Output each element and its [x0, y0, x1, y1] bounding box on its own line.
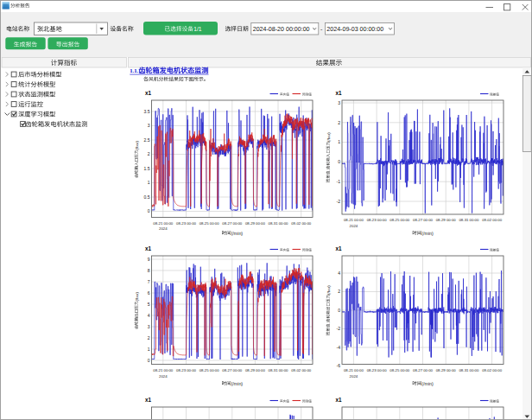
svg-text:08-29 00:00: 08-29 00:00 [436, 368, 457, 372]
svg-text:7: 7 [148, 279, 150, 284]
svg-text:08-21 00:00: 08-21 00:00 [344, 368, 364, 372]
svg-text:2024-09-03 00:00:00: 2024-09-03 00:00:00 [326, 26, 383, 33]
svg-text:(/min): (/min) [231, 231, 244, 236]
svg-text:09-02 00:00: 09-02 00:00 [291, 221, 312, 226]
svg-text:x1: x1 [145, 245, 152, 251]
svg-text:x1: x1 [336, 90, 343, 96]
svg-text:4: 4 [338, 270, 340, 276]
svg-text:(/min): (/min) [421, 231, 434, 236]
svg-text:08-21 00:00: 08-21 00:00 [153, 221, 174, 226]
svg-text:08-29 00:00: 08-29 00:00 [245, 221, 266, 226]
svg-text:(/bar): (/bar) [326, 132, 331, 142]
svg-text:08-27 00:00: 08-27 00:00 [222, 368, 243, 372]
svg-text:3.5: 3.5 [144, 109, 150, 114]
svg-text:0.5: 0.5 [144, 194, 150, 200]
svg-text:-6: -6 [337, 363, 341, 368]
svg-text:2: 2 [338, 120, 340, 125]
svg-text:1/1: 1/1 [193, 26, 202, 32]
svg-text:08-29 00:00: 08-29 00:00 [436, 218, 457, 222]
svg-text:1: 1 [148, 347, 150, 352]
svg-text:(/bar): (/bar) [326, 285, 331, 295]
svg-text:08-23 00:00: 08-23 00:00 [367, 368, 388, 372]
svg-text:(/min): (/min) [231, 381, 244, 386]
svg-text:5: 5 [148, 302, 150, 307]
svg-text:1: 1 [148, 180, 150, 185]
svg-text:2024: 2024 [159, 226, 168, 231]
svg-text:08-31 00:00: 08-31 00:00 [459, 368, 479, 372]
svg-text:08-27 00:00: 08-27 00:00 [413, 368, 434, 372]
svg-text:x1: x1 [336, 245, 343, 251]
svg-text:09-02 00:00: 09-02 00:00 [291, 368, 312, 372]
svg-text:3: 3 [148, 123, 150, 128]
svg-text:-2: -2 [337, 199, 341, 204]
svg-text:(/bar): (/bar) [135, 291, 139, 301]
svg-text:2024-08-20 00:00:00: 2024-08-20 00:00:00 [253, 26, 310, 33]
svg-text:x1: x1 [145, 397, 152, 403]
svg-text:3: 3 [148, 324, 150, 329]
svg-text:8: 8 [148, 268, 150, 273]
svg-text:08-25 00:00: 08-25 00:00 [200, 368, 220, 372]
svg-text:08-31 00:00: 08-31 00:00 [459, 218, 479, 222]
svg-text:0: 0 [338, 308, 340, 313]
svg-text:09-02 00:00: 09-02 00:00 [482, 368, 503, 372]
svg-text:-1: -1 [337, 179, 341, 184]
svg-text:0: 0 [338, 159, 340, 164]
svg-text:-4: -4 [337, 345, 341, 350]
svg-text:x1: x1 [336, 397, 343, 403]
svg-text:9: 9 [148, 257, 150, 262]
svg-text:2024: 2024 [350, 374, 358, 379]
svg-text:2: 2 [148, 335, 150, 340]
svg-text:08-27 00:00: 08-27 00:00 [222, 221, 243, 226]
svg-text:1.1.: 1.1. [130, 67, 138, 73]
svg-text:6: 6 [148, 290, 150, 296]
svg-text:08-23 00:00: 08-23 00:00 [367, 218, 388, 222]
svg-text:1.5: 1.5 [144, 166, 150, 171]
svg-text:08-29 00:00: 08-29 00:00 [245, 368, 266, 372]
svg-text:08-21 00:00: 08-21 00:00 [153, 368, 174, 372]
svg-text:-2: -2 [337, 326, 341, 331]
svg-text:08-31 00:00: 08-31 00:00 [269, 221, 289, 226]
svg-text:08-31 00:00: 08-31 00:00 [269, 368, 289, 372]
svg-text:(/min): (/min) [421, 381, 434, 386]
svg-text:0: 0 [148, 358, 150, 363]
svg-text:2024: 2024 [350, 224, 358, 228]
svg-text:08-25 00:00: 08-25 00:00 [390, 368, 410, 372]
svg-text:08-25 00:00: 08-25 00:00 [390, 218, 410, 222]
svg-text:2: 2 [148, 151, 150, 156]
svg-text:(/bar): (/bar) [135, 140, 139, 150]
svg-text:08-23 00:00: 08-23 00:00 [176, 368, 197, 372]
svg-text:08-25 00:00: 08-25 00:00 [200, 221, 220, 226]
svg-text:09-02 00:00: 09-02 00:00 [482, 218, 503, 222]
svg-text:4: 4 [148, 313, 150, 318]
svg-text:08-23 00:00: 08-23 00:00 [176, 221, 197, 226]
svg-text:2: 2 [338, 289, 340, 294]
svg-text:1: 1 [338, 139, 340, 144]
svg-text:3: 3 [338, 100, 340, 105]
svg-text:08-27 00:00: 08-27 00:00 [413, 218, 434, 222]
svg-text:2024: 2024 [159, 374, 168, 379]
svg-text:x1: x1 [145, 90, 152, 96]
svg-text:0: 0 [148, 208, 150, 213]
svg-text:08-21 00:00: 08-21 00:00 [344, 218, 364, 222]
svg-text:2.5: 2.5 [144, 137, 150, 143]
